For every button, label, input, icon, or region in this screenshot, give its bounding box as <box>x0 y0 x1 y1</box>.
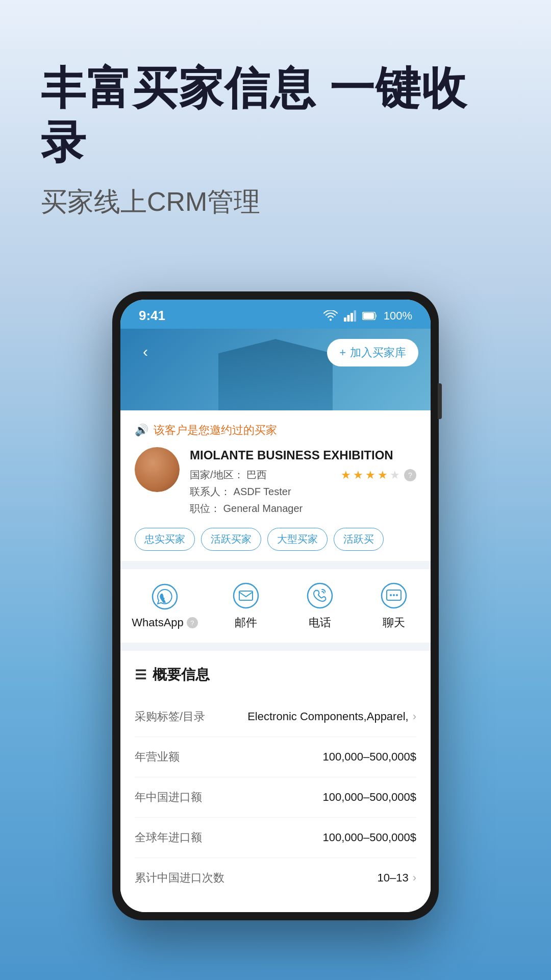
info-row-4[interactable]: 累计中国进口次数 10–13 › <box>135 858 416 898</box>
alert-icon: 🔊 <box>135 424 148 437</box>
tag-loyal[interactable]: 忠实买家 <box>135 528 195 551</box>
whatsapp-icon <box>152 583 178 610</box>
add-icon: + <box>339 346 346 359</box>
email-icon-circle <box>232 581 260 610</box>
hero-title: 丰富买家信息 一键收录 <box>41 61 510 169</box>
svg-rect-2 <box>347 315 349 322</box>
tag-large[interactable]: 大型买家 <box>267 528 328 551</box>
svg-rect-4 <box>354 310 356 322</box>
info-key-0: 采购标签/目录 <box>135 709 205 724</box>
phone-label: 电话 <box>309 615 331 630</box>
phone-screen: 9:41 <box>120 300 431 912</box>
chevron-icon-0: › <box>413 710 416 723</box>
chevron-icon-4: › <box>413 871 416 885</box>
tag-active2[interactable]: 活跃买 <box>334 528 384 551</box>
svg-point-7 <box>153 584 177 609</box>
email-label: 邮件 <box>235 615 257 630</box>
info-row-0[interactable]: 采购标签/目录 Electronic Components,Apparel, › <box>135 697 416 737</box>
svg-point-0 <box>330 318 332 321</box>
info-row-3: 全球年进口额 100,000–500,000$ <box>135 818 416 858</box>
star-3: ★ <box>365 469 375 482</box>
whatsapp-label: WhatsApp ? <box>132 616 198 629</box>
info-val-2: 100,000–500,000$ <box>322 791 416 804</box>
svg-rect-3 <box>350 313 353 322</box>
star-5: ★ <box>390 469 400 482</box>
battery-text: 100% <box>384 309 412 323</box>
action-bar: WhatsApp ? 邮件 <box>120 569 431 643</box>
back-button[interactable]: ‹ <box>133 339 158 364</box>
chat-icon <box>381 582 407 609</box>
whatsapp-icon-circle <box>151 582 179 611</box>
customer-main: MIOLANTE BUSINESS EXHIBITION 国家/地区： 巴西 ★… <box>135 447 416 519</box>
svg-rect-6 <box>363 313 374 319</box>
svg-point-8 <box>234 583 258 608</box>
svg-point-15 <box>396 594 398 596</box>
action-chat[interactable]: 聊天 <box>368 581 419 630</box>
tags-row: 忠实买家 活跃买家 大型买家 活跃买 <box>135 528 416 551</box>
section-title: ☰ 概要信息 <box>135 665 416 684</box>
phone-icon-circle <box>306 581 334 610</box>
tag-active[interactable]: 活跃买家 <box>201 528 261 551</box>
alert-text: 该客户是您邀约过的买家 <box>154 423 277 438</box>
svg-point-14 <box>393 594 395 596</box>
position-row: 职位： General Manager <box>190 502 416 516</box>
status-icons: 100% <box>323 309 412 323</box>
company-name: MIOLANTE BUSINESS EXHIBITION <box>190 447 416 463</box>
contact-label: 联系人： ASDF Tester <box>190 485 291 499</box>
add-buyer-button[interactable]: + 加入买家库 <box>327 339 418 366</box>
hero-subtitle: 买家线上CRM管理 <box>41 184 510 220</box>
section-title-text: 概要信息 <box>153 665 210 684</box>
wifi-icon <box>323 310 338 322</box>
country-row: 国家/地区： 巴西 ★ ★ ★ ★ ★ ? <box>190 468 416 482</box>
status-bar: 9:41 <box>120 300 431 329</box>
svg-point-10 <box>308 583 332 608</box>
info-section: ☰ 概要信息 采购标签/目录 Electronic Components,App… <box>120 651 431 912</box>
add-buyer-label: 加入买家库 <box>350 345 406 360</box>
avatar-face <box>135 447 180 492</box>
whatsapp-help-icon[interactable]: ? <box>187 617 198 628</box>
email-icon <box>233 582 259 609</box>
info-row-1: 年营业额 100,000–500,000$ <box>135 737 416 777</box>
info-val-4: 10–13 › <box>377 871 416 885</box>
country-label: 国家/地区： 巴西 <box>190 468 267 482</box>
info-val-1: 100,000–500,000$ <box>322 750 416 764</box>
side-button <box>438 383 442 419</box>
header-content: ‹ + 加入买家库 <box>133 339 418 366</box>
svg-rect-1 <box>344 317 346 322</box>
action-phone[interactable]: 电话 <box>294 581 345 630</box>
customer-details: MIOLANTE BUSINESS EXHIBITION 国家/地区： 巴西 ★… <box>190 447 416 519</box>
info-val-3: 100,000–500,000$ <box>322 831 416 844</box>
star-2: ★ <box>353 469 363 482</box>
battery-icon <box>362 312 378 320</box>
customer-alert: 🔊 该客户是您邀约过的买家 <box>135 423 416 438</box>
action-whatsapp[interactable]: WhatsApp ? <box>132 582 198 629</box>
phone-mockup: 9:41 <box>112 291 439 920</box>
position-label: 职位： General Manager <box>190 502 303 516</box>
info-key-4: 累计中国进口次数 <box>135 870 224 886</box>
info-key-1: 年营业额 <box>135 749 180 765</box>
signal-icon <box>344 310 356 322</box>
star-4: ★ <box>378 469 388 482</box>
svg-point-13 <box>390 594 392 596</box>
customer-info-card: 🔊 该客户是您邀约过的买家 MIOLANTE BUSINESS EXHIBITI… <box>120 410 431 561</box>
stars-container: ★ ★ ★ ★ ★ ? <box>341 469 416 482</box>
section-icon: ☰ <box>135 667 146 683</box>
status-time: 9:41 <box>139 308 165 324</box>
rating-help-icon[interactable]: ? <box>404 469 416 481</box>
info-key-3: 全球年进口额 <box>135 830 202 845</box>
star-1: ★ <box>341 469 351 482</box>
avatar <box>135 447 180 492</box>
action-email[interactable]: 邮件 <box>220 581 271 630</box>
svg-rect-9 <box>239 591 253 600</box>
info-row-2: 年中国进口额 100,000–500,000$ <box>135 777 416 818</box>
contact-row: 联系人： ASDF Tester <box>190 485 416 499</box>
phone-icon <box>307 582 333 609</box>
info-key-2: 年中国进口额 <box>135 790 202 805</box>
hero-section: 丰富买家信息 一键收录 买家线上CRM管理 <box>0 0 551 281</box>
phone-container: 9:41 <box>0 291 551 920</box>
chat-label: 聊天 <box>383 615 405 630</box>
info-val-0: Electronic Components,Apparel, › <box>247 710 416 723</box>
header-image-area: ‹ + 加入买家库 <box>120 329 431 410</box>
chat-icon-circle <box>380 581 408 610</box>
